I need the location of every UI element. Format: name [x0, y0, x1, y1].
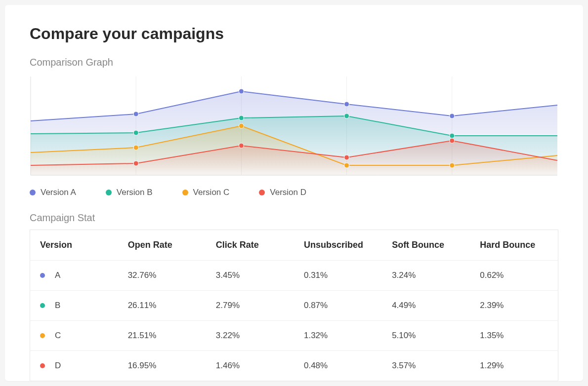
- campaign-stat-table: VersionOpen RateClick RateUnsubscribedSo…: [30, 230, 558, 381]
- campaign-compare-card: Compare your campaigns Comparison Graph …: [5, 5, 583, 381]
- legend-dot-icon: [30, 190, 36, 195]
- version-cell: C: [30, 321, 118, 351]
- stat-cell-unsub: 0.48%: [294, 351, 382, 381]
- svg-point-8: [344, 102, 349, 107]
- version-cell: B: [30, 291, 118, 321]
- table-row: C21.51%3.22%1.32%5.10%1.35%: [30, 321, 558, 351]
- version-dot-icon: [40, 303, 45, 308]
- stat-cell-click: 2.79%: [206, 291, 294, 321]
- stat-cell-soft: 3.57%: [382, 351, 470, 381]
- version-cell: A: [30, 261, 118, 291]
- col-header: Soft Bounce: [382, 230, 470, 261]
- svg-point-17: [450, 163, 455, 168]
- stat-cell-soft: 3.24%: [382, 261, 470, 291]
- table-row: A32.76%3.45%0.31%3.24%0.62%: [30, 261, 558, 291]
- stat-cell-click: 3.22%: [206, 321, 294, 351]
- stat-cell-open: 21.51%: [118, 321, 206, 351]
- legend-dot-icon: [259, 190, 265, 195]
- legend-dot-icon: [182, 190, 188, 195]
- stat-cell-hard: 1.29%: [470, 351, 558, 381]
- stat-cell-hard: 2.39%: [470, 291, 558, 321]
- svg-point-16: [344, 163, 349, 168]
- legend-label: Version A: [41, 188, 76, 197]
- stat-cell-soft: 5.10%: [382, 321, 470, 351]
- svg-point-15: [239, 123, 244, 128]
- version-label: B: [55, 301, 60, 310]
- comparison-chart: [30, 74, 558, 180]
- version-dot-icon: [40, 273, 45, 278]
- legend-label: Version D: [270, 188, 306, 197]
- chart-legend: Version AVersion BVersion CVersion D: [30, 188, 558, 197]
- table-row: D16.95%1.46%0.48%3.57%1.29%: [30, 351, 558, 381]
- stat-cell-unsub: 1.32%: [294, 321, 382, 351]
- legend-item-version-c[interactable]: Version C: [182, 188, 230, 197]
- legend-label: Version C: [193, 188, 230, 197]
- legend-item-version-b[interactable]: Version B: [106, 188, 153, 197]
- stat-cell-click: 1.46%: [206, 351, 294, 381]
- page-title: Compare your campaigns: [30, 25, 558, 43]
- version-dot-icon: [40, 333, 45, 338]
- legend-dot-icon: [106, 190, 112, 195]
- svg-point-10: [133, 130, 138, 135]
- version-dot-icon: [40, 363, 45, 368]
- svg-point-6: [133, 112, 138, 116]
- stat-cell-unsub: 0.31%: [294, 261, 382, 291]
- stat-cell-unsub: 0.87%: [294, 291, 382, 321]
- table-body: A32.76%3.45%0.31%3.24%0.62%B26.11%2.79%0…: [30, 261, 558, 381]
- col-header: Version: [30, 230, 118, 261]
- legend-label: Version B: [117, 188, 153, 197]
- version-label: D: [55, 361, 61, 371]
- section-label-stat: Campaign Stat: [30, 212, 558, 224]
- legend-item-version-d[interactable]: Version D: [259, 188, 306, 197]
- svg-point-21: [450, 138, 455, 143]
- col-header: Open Rate: [118, 230, 206, 261]
- stat-cell-open: 32.76%: [118, 261, 206, 291]
- svg-point-13: [450, 133, 455, 138]
- version-label: C: [55, 331, 61, 341]
- stat-cell-hard: 1.35%: [470, 321, 558, 351]
- stat-cell-open: 26.11%: [118, 291, 206, 321]
- section-label-graph: Comparison Graph: [30, 57, 558, 68]
- svg-point-18: [133, 161, 138, 166]
- stat-cell-click: 3.45%: [206, 261, 294, 291]
- version-cell: D: [30, 351, 118, 381]
- col-header: Click Rate: [206, 230, 294, 261]
- stat-cell-soft: 4.49%: [382, 291, 470, 321]
- legend-item-version-a[interactable]: Version A: [30, 188, 76, 197]
- area-chart-svg: [30, 74, 558, 178]
- stat-cell-hard: 0.62%: [470, 261, 558, 291]
- svg-point-7: [239, 89, 244, 94]
- col-header: Hard Bounce: [470, 230, 558, 261]
- stat-cell-open: 16.95%: [118, 351, 206, 381]
- table-header-row: VersionOpen RateClick RateUnsubscribedSo…: [30, 230, 558, 261]
- table-row: B26.11%2.79%0.87%4.49%2.39%: [30, 291, 558, 321]
- col-header: Unsubscribed: [294, 230, 382, 261]
- svg-point-9: [450, 114, 455, 118]
- svg-point-20: [344, 155, 349, 160]
- svg-point-11: [239, 116, 244, 120]
- svg-point-19: [239, 143, 244, 148]
- svg-point-12: [344, 114, 349, 118]
- svg-point-14: [133, 145, 138, 150]
- version-label: A: [55, 270, 60, 280]
